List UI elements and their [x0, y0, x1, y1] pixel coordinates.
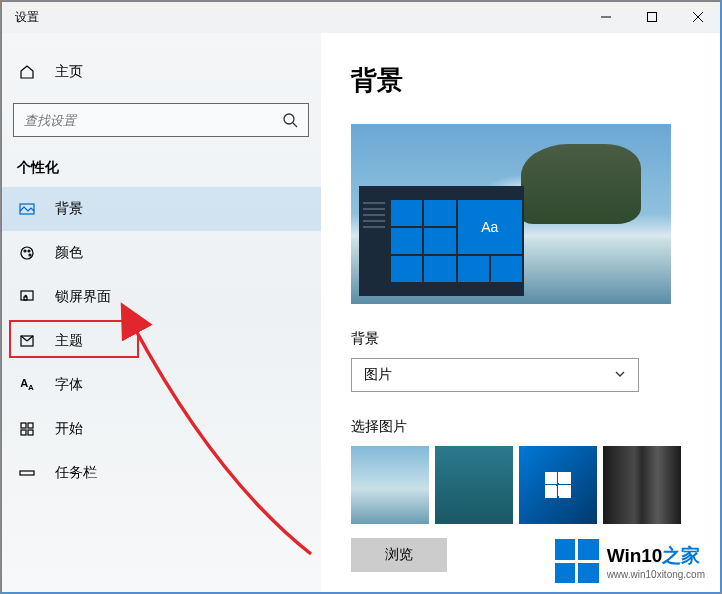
nav-background[interactable]: 背景: [1, 187, 321, 231]
background-type-dropdown[interactable]: 图片: [351, 358, 639, 392]
preview-desktop-mock: Aa: [359, 186, 524, 296]
titlebar: 设置: [1, 1, 721, 33]
browse-button[interactable]: 浏览: [351, 538, 447, 572]
window-title: 设置: [1, 9, 39, 26]
search-box[interactable]: [13, 103, 309, 137]
nav-fonts[interactable]: AA 字体: [1, 363, 321, 407]
section-title: 个性化: [17, 159, 321, 177]
lockscreen-icon: [17, 289, 37, 305]
nav-label: 任务栏: [55, 464, 97, 482]
svg-rect-0: [648, 13, 657, 22]
nav-label: 主题: [55, 332, 83, 350]
nav-label: 字体: [55, 376, 83, 394]
nav-label: 颜色: [55, 244, 83, 262]
thumb-3[interactable]: [519, 446, 597, 524]
svg-rect-16: [558, 472, 571, 483]
dropdown-value: 图片: [364, 366, 614, 384]
svg-point-5: [28, 250, 30, 252]
svg-rect-8: [24, 297, 27, 300]
search-input[interactable]: [24, 113, 282, 128]
home-link[interactable]: 主页: [1, 53, 321, 91]
watermark: Win10之家 www.win10xitong.com: [555, 539, 705, 583]
content-area: 背景 Aa 背景 图片 选择图: [321, 33, 721, 592]
start-icon: [17, 421, 37, 437]
nav-taskbar[interactable]: 任务栏: [1, 451, 321, 495]
theme-icon: [17, 333, 37, 349]
search-icon: [282, 112, 298, 128]
taskbar-icon: [17, 465, 37, 481]
thumb-1[interactable]: [351, 446, 429, 524]
svg-point-3: [21, 247, 33, 259]
nav-colors[interactable]: 颜色: [1, 231, 321, 275]
chevron-down-icon: [614, 366, 626, 384]
home-icon: [17, 64, 37, 80]
nav-start[interactable]: 开始: [1, 407, 321, 451]
nav-label: 锁屏界面: [55, 288, 111, 306]
window-controls: [583, 1, 721, 33]
svg-rect-11: [28, 423, 33, 428]
nav-label: 背景: [55, 200, 83, 218]
page-title: 背景: [351, 63, 721, 98]
thumb-2[interactable]: [435, 446, 513, 524]
nav-lockscreen[interactable]: 锁屏界面: [1, 275, 321, 319]
minimize-button[interactable]: [583, 1, 629, 33]
svg-rect-15: [545, 474, 556, 483]
svg-rect-14: [20, 471, 34, 475]
picture-icon: [17, 201, 37, 217]
preview-tile-text: Aa: [458, 200, 523, 254]
sidebar: 主页 个性化 背景 颜色 锁屏界面 主题 AA 字体: [1, 33, 321, 592]
nav-label: 开始: [55, 420, 83, 438]
watermark-logo-icon: [555, 539, 599, 583]
nav-themes[interactable]: 主题: [1, 319, 321, 363]
watermark-brand: Win10之家: [607, 543, 705, 569]
svg-point-6: [29, 254, 31, 256]
close-button[interactable]: [675, 1, 721, 33]
svg-rect-17: [545, 485, 556, 494]
watermark-url: www.win10xitong.com: [607, 569, 705, 580]
svg-rect-18: [558, 485, 571, 496]
thumb-4[interactable]: [603, 446, 681, 524]
background-field-label: 背景: [351, 330, 721, 348]
svg-rect-12: [21, 430, 26, 435]
font-icon: AA: [17, 377, 37, 392]
palette-icon: [17, 245, 37, 261]
svg-point-4: [24, 250, 26, 252]
select-picture-label: 选择图片: [351, 418, 721, 436]
picture-thumbnails: [351, 446, 721, 524]
home-label: 主页: [55, 63, 83, 81]
svg-rect-10: [21, 423, 26, 428]
maximize-button[interactable]: [629, 1, 675, 33]
svg-point-1: [284, 114, 294, 124]
background-preview: Aa: [351, 124, 671, 304]
svg-rect-13: [28, 430, 33, 435]
